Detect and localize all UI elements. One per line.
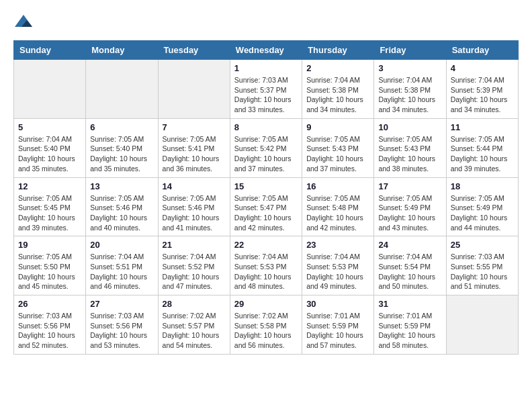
calendar-cell: 11Sunrise: 7:05 AM Sunset: 5:44 PM Dayli… xyxy=(446,118,518,177)
weekday-header-sunday: Sunday xyxy=(14,41,86,60)
day-info: Sunrise: 7:01 AM Sunset: 5:59 PM Dayligh… xyxy=(306,311,369,351)
day-info: Sunrise: 7:05 AM Sunset: 5:40 PM Dayligh… xyxy=(90,134,153,174)
day-info: Sunrise: 7:05 AM Sunset: 5:44 PM Dayligh… xyxy=(451,134,514,174)
day-number: 29 xyxy=(234,299,298,309)
day-info: Sunrise: 7:05 AM Sunset: 5:43 PM Dayligh… xyxy=(306,134,369,174)
day-number: 28 xyxy=(163,299,226,309)
day-number: 1 xyxy=(234,63,298,73)
day-number: 5 xyxy=(18,122,81,132)
calendar-cell: 28Sunrise: 7:02 AM Sunset: 5:57 PM Dayli… xyxy=(158,295,230,355)
day-info: Sunrise: 7:04 AM Sunset: 5:38 PM Dayligh… xyxy=(306,75,369,115)
calendar-cell: 15Sunrise: 7:05 AM Sunset: 5:47 PM Dayli… xyxy=(230,177,302,236)
weekday-header-tuesday: Tuesday xyxy=(158,41,230,60)
calendar-cell: 4Sunrise: 7:04 AM Sunset: 5:39 PM Daylig… xyxy=(446,60,518,119)
calendar-cell: 16Sunrise: 7:05 AM Sunset: 5:48 PM Dayli… xyxy=(302,177,374,236)
calendar-cell: 3Sunrise: 7:04 AM Sunset: 5:38 PM Daylig… xyxy=(374,60,446,119)
logo xyxy=(13,13,37,34)
calendar-cell: 17Sunrise: 7:05 AM Sunset: 5:49 PM Dayli… xyxy=(374,177,446,236)
weekday-header-wednesday: Wednesday xyxy=(230,41,302,60)
day-number: 21 xyxy=(163,240,226,250)
day-info: Sunrise: 7:01 AM Sunset: 5:59 PM Dayligh… xyxy=(378,311,441,351)
calendar-cell: 22Sunrise: 7:04 AM Sunset: 5:53 PM Dayli… xyxy=(230,236,302,295)
day-number: 6 xyxy=(90,122,153,132)
calendar-cell: 31Sunrise: 7:01 AM Sunset: 5:59 PM Dayli… xyxy=(374,295,446,355)
day-number: 14 xyxy=(163,181,226,191)
calendar-cell: 12Sunrise: 7:05 AM Sunset: 5:45 PM Dayli… xyxy=(14,177,86,236)
day-info: Sunrise: 7:05 AM Sunset: 5:49 PM Dayligh… xyxy=(451,193,514,233)
calendar-table: SundayMondayTuesdayWednesdayThursdayFrid… xyxy=(13,40,519,355)
day-info: Sunrise: 7:04 AM Sunset: 5:51 PM Dayligh… xyxy=(90,252,153,291)
week-row-4: 19Sunrise: 7:05 AM Sunset: 5:50 PM Dayli… xyxy=(14,236,519,295)
day-number: 3 xyxy=(378,63,441,73)
day-number: 20 xyxy=(90,240,153,250)
weekday-header-row: SundayMondayTuesdayWednesdayThursdayFrid… xyxy=(14,41,519,60)
day-info: Sunrise: 7:04 AM Sunset: 5:52 PM Dayligh… xyxy=(163,252,226,291)
calendar-cell: 10Sunrise: 7:05 AM Sunset: 5:43 PM Dayli… xyxy=(374,118,446,177)
calendar-cell xyxy=(86,60,158,119)
week-row-1: 1Sunrise: 7:03 AM Sunset: 5:37 PM Daylig… xyxy=(14,60,519,119)
calendar-cell: 7Sunrise: 7:05 AM Sunset: 5:41 PM Daylig… xyxy=(158,118,230,177)
day-info: Sunrise: 7:05 AM Sunset: 5:47 PM Dayligh… xyxy=(234,193,298,233)
calendar-cell: 2Sunrise: 7:04 AM Sunset: 5:38 PM Daylig… xyxy=(302,60,374,119)
day-info: Sunrise: 7:03 AM Sunset: 5:56 PM Dayligh… xyxy=(18,311,81,351)
day-number: 7 xyxy=(163,122,226,132)
day-number: 18 xyxy=(451,181,514,191)
calendar-cell: 13Sunrise: 7:05 AM Sunset: 5:46 PM Dayli… xyxy=(86,177,158,236)
day-info: Sunrise: 7:03 AM Sunset: 5:55 PM Dayligh… xyxy=(451,252,514,291)
day-info: Sunrise: 7:05 AM Sunset: 5:41 PM Dayligh… xyxy=(163,134,226,174)
week-row-3: 12Sunrise: 7:05 AM Sunset: 5:45 PM Dayli… xyxy=(14,177,519,236)
calendar-cell xyxy=(446,295,518,355)
weekday-header-thursday: Thursday xyxy=(302,41,374,60)
day-info: Sunrise: 7:05 AM Sunset: 5:50 PM Dayligh… xyxy=(18,252,81,291)
day-info: Sunrise: 7:05 AM Sunset: 5:45 PM Dayligh… xyxy=(18,193,81,233)
day-info: Sunrise: 7:04 AM Sunset: 5:53 PM Dayligh… xyxy=(306,252,369,291)
calendar-cell: 20Sunrise: 7:04 AM Sunset: 5:51 PM Dayli… xyxy=(86,236,158,295)
day-number: 11 xyxy=(451,122,514,132)
day-number: 8 xyxy=(234,122,298,132)
calendar-cell xyxy=(14,60,86,119)
day-number: 30 xyxy=(306,299,369,309)
day-number: 15 xyxy=(234,181,298,191)
calendar-cell: 21Sunrise: 7:04 AM Sunset: 5:52 PM Dayli… xyxy=(158,236,230,295)
calendar-cell: 6Sunrise: 7:05 AM Sunset: 5:40 PM Daylig… xyxy=(86,118,158,177)
day-info: Sunrise: 7:05 AM Sunset: 5:46 PM Dayligh… xyxy=(163,193,226,233)
day-info: Sunrise: 7:05 AM Sunset: 5:48 PM Dayligh… xyxy=(306,193,369,233)
day-number: 19 xyxy=(18,240,81,250)
day-info: Sunrise: 7:04 AM Sunset: 5:38 PM Dayligh… xyxy=(378,75,441,115)
week-row-2: 5Sunrise: 7:04 AM Sunset: 5:40 PM Daylig… xyxy=(14,118,519,177)
day-info: Sunrise: 7:04 AM Sunset: 5:40 PM Dayligh… xyxy=(18,134,81,174)
day-number: 22 xyxy=(234,240,298,250)
calendar-cell: 5Sunrise: 7:04 AM Sunset: 5:40 PM Daylig… xyxy=(14,118,86,177)
calendar-cell: 1Sunrise: 7:03 AM Sunset: 5:37 PM Daylig… xyxy=(230,60,302,119)
day-info: Sunrise: 7:05 AM Sunset: 5:43 PM Dayligh… xyxy=(378,134,441,174)
calendar-cell: 19Sunrise: 7:05 AM Sunset: 5:50 PM Dayli… xyxy=(14,236,86,295)
calendar-cell: 9Sunrise: 7:05 AM Sunset: 5:43 PM Daylig… xyxy=(302,118,374,177)
calendar-cell: 23Sunrise: 7:04 AM Sunset: 5:53 PM Dayli… xyxy=(302,236,374,295)
day-info: Sunrise: 7:04 AM Sunset: 5:54 PM Dayligh… xyxy=(378,252,441,291)
day-number: 13 xyxy=(90,181,153,191)
calendar-cell: 27Sunrise: 7:03 AM Sunset: 5:56 PM Dayli… xyxy=(86,295,158,355)
weekday-header-friday: Friday xyxy=(374,41,446,60)
day-info: Sunrise: 7:04 AM Sunset: 5:39 PM Dayligh… xyxy=(451,75,514,115)
day-number: 31 xyxy=(378,299,441,309)
day-info: Sunrise: 7:04 AM Sunset: 5:53 PM Dayligh… xyxy=(234,252,298,291)
day-number: 9 xyxy=(306,122,369,132)
calendar-cell: 18Sunrise: 7:05 AM Sunset: 5:49 PM Dayli… xyxy=(446,177,518,236)
weekday-header-saturday: Saturday xyxy=(446,41,518,60)
day-number: 25 xyxy=(451,240,514,250)
weekday-header-monday: Monday xyxy=(86,41,158,60)
day-number: 17 xyxy=(378,181,441,191)
day-info: Sunrise: 7:05 AM Sunset: 5:42 PM Dayligh… xyxy=(234,134,298,174)
page-header xyxy=(13,13,519,34)
day-number: 24 xyxy=(378,240,441,250)
calendar-cell: 30Sunrise: 7:01 AM Sunset: 5:59 PM Dayli… xyxy=(302,295,374,355)
day-info: Sunrise: 7:05 AM Sunset: 5:46 PM Dayligh… xyxy=(90,193,153,233)
day-info: Sunrise: 7:02 AM Sunset: 5:58 PM Dayligh… xyxy=(234,311,298,351)
day-number: 4 xyxy=(451,63,514,73)
calendar-cell: 14Sunrise: 7:05 AM Sunset: 5:46 PM Dayli… xyxy=(158,177,230,236)
day-info: Sunrise: 7:02 AM Sunset: 5:57 PM Dayligh… xyxy=(163,311,226,351)
day-info: Sunrise: 7:03 AM Sunset: 5:37 PM Dayligh… xyxy=(234,75,298,115)
day-number: 12 xyxy=(18,181,81,191)
day-number: 27 xyxy=(90,299,153,309)
calendar-cell: 29Sunrise: 7:02 AM Sunset: 5:58 PM Dayli… xyxy=(230,295,302,355)
